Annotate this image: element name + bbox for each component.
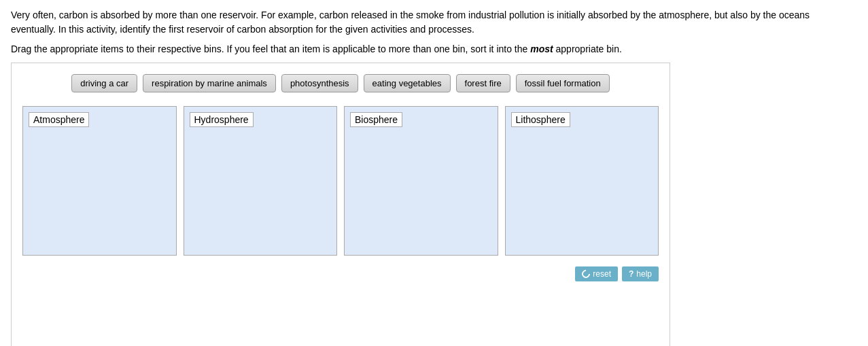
intro-text: Very often, carbon is absorbed by more t… bbox=[11, 8, 854, 37]
bin-lithosphere[interactable]: Lithosphere bbox=[505, 106, 659, 256]
bins-row: Atmosphere Hydrosphere Biosphere Lithosp… bbox=[22, 106, 659, 256]
bin-hydrosphere[interactable]: Hydrosphere bbox=[184, 106, 338, 256]
bin-atmosphere-label: Atmosphere bbox=[29, 112, 89, 127]
drag-item-fossil-fuel-formation[interactable]: fossil fuel formation bbox=[516, 74, 610, 92]
instruction-end: appropriate bin. bbox=[553, 44, 622, 54]
reset-button[interactable]: reset bbox=[575, 266, 618, 281]
drag-item-respiration-by-marine-animals[interactable]: respiration by marine animals bbox=[143, 74, 276, 92]
drag-item-photosynthesis[interactable]: photosynthesis bbox=[281, 74, 358, 92]
bin-biosphere[interactable]: Biosphere bbox=[344, 106, 498, 256]
bin-lithosphere-label: Lithosphere bbox=[511, 112, 570, 127]
drag-item-eating-vegetables[interactable]: eating vegetables bbox=[364, 74, 451, 92]
help-label: help bbox=[636, 269, 652, 279]
drag-item-forest-fire[interactable]: forest fire bbox=[456, 74, 510, 92]
help-icon: ? bbox=[629, 269, 633, 279]
instruction-italic: most bbox=[530, 44, 553, 54]
help-button[interactable]: ? help bbox=[622, 266, 659, 281]
instruction-plain: Drag the appropriate items to their resp… bbox=[11, 44, 530, 54]
drag-items-row: driving a car respiration by marine anim… bbox=[22, 74, 659, 92]
instruction-text: Drag the appropriate items to their resp… bbox=[11, 44, 857, 54]
bin-atmosphere[interactable]: Atmosphere bbox=[22, 106, 177, 256]
drag-item-driving-a-car[interactable]: driving a car bbox=[71, 74, 137, 92]
bin-hydrosphere-label: Hydrosphere bbox=[190, 112, 254, 127]
reset-icon bbox=[580, 269, 592, 280]
activity-footer: reset ? help bbox=[22, 264, 659, 281]
page-wrapper: Very often, carbon is absorbed by more t… bbox=[0, 0, 868, 346]
bin-biosphere-label: Biosphere bbox=[350, 112, 402, 127]
reset-label: reset bbox=[593, 269, 611, 279]
activity-container: driving a car respiration by marine anim… bbox=[11, 63, 670, 346]
